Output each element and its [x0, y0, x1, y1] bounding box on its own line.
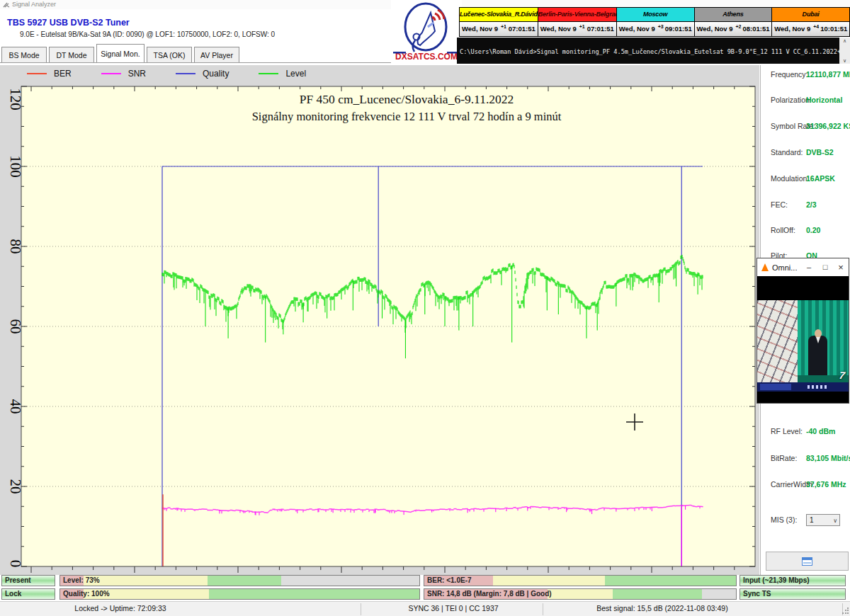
param-label-frequency: Frequency:	[771, 70, 808, 79]
player-titlebar[interactable]: Omni... – □ ×	[757, 258, 849, 276]
mis-dropdown[interactable]: 1 ∨	[806, 514, 840, 526]
clock-hms: 10:01:51	[820, 25, 847, 33]
video-player-window: Omni... – □ × 7	[756, 258, 849, 404]
mode-tabs: BS ModeDT ModeSignal Mon.TSA (OK)AV Play…	[1, 44, 239, 63]
tuner-name: TBS 5927 USB DVB-S2 Tuner	[7, 18, 130, 28]
clock-time: Wed, Nov 9+309:01:51	[617, 22, 694, 36]
signal-analyzer-window: Signal Analyzer TBS 5927 USB DVB-S2 Tune…	[0, 0, 850, 616]
clock-time: Wed, Nov 9+208:01:51	[695, 22, 772, 36]
clock-utc-offset: +4	[813, 24, 819, 29]
gauge-sync-ts: Sync TS	[740, 588, 846, 600]
clock-city: Moscow	[617, 8, 694, 22]
clock-city: Berlin-Paris-Vienna-Belgrade	[538, 8, 616, 22]
dxsatcs-logo: DXSATCS.COM	[391, 0, 462, 64]
param-value-carrierwidth: 37,676 MHz	[806, 480, 846, 489]
y-tick-label: 120	[7, 88, 24, 110]
statusbar-separator	[543, 603, 543, 615]
chart-subtitle: Signálny monitoring frekvencie 12 111 V …	[252, 110, 562, 123]
clock-date: Wed, Nov 9	[697, 25, 733, 33]
clock-hms: 09:01:51	[665, 25, 692, 33]
tab-bs-mode[interactable]: BS Mode	[1, 47, 47, 63]
chevron-down-icon: ∨	[833, 515, 837, 526]
tabs-underline	[0, 62, 457, 63]
param-value-rf-level: -40 dBm	[806, 427, 835, 435]
chart-legend: BERSNRQualityLevel	[0, 65, 759, 82]
close-button[interactable]: ×	[834, 258, 848, 276]
window-title: Signal Analyzer	[12, 0, 56, 9]
param-value-fec: 2/3	[806, 200, 817, 209]
tab-av-player[interactable]: AV Player	[194, 47, 239, 63]
tab-dt-mode[interactable]: DT Mode	[49, 47, 94, 63]
status-sync-counters: SYNC 36 | TEI 0 | CC 1937	[408, 604, 498, 612]
command-prompt: C:\Users\Roman Dávid>Signal monitoring_P…	[457, 38, 839, 64]
gauge-input-21-39-mbps: Input (~21,39 Mbps)	[740, 575, 846, 586]
news-ticker-banner	[757, 382, 849, 392]
clock-date: Wed, Nov 9	[462, 25, 498, 33]
video-frame[interactable]: 7	[757, 276, 849, 403]
statusbar-separator	[361, 603, 361, 615]
minimize-button[interactable]: –	[802, 258, 816, 276]
clock-date: Wed, Nov 9	[540, 25, 577, 33]
legend-label: Level	[285, 69, 306, 79]
param-value-standard: DVB-S2	[806, 148, 834, 156]
gauge-present: Present	[1, 575, 55, 586]
clock-athens: AthensWed, Nov 9+208:01:51	[694, 8, 772, 36]
clock-time: Wed, Nov 9+107:01:51	[538, 22, 616, 36]
param-value-rolloff: 0.20	[806, 226, 820, 234]
clock-lu-enec-slovakia-r-d-vid: Lučenec-Slovakia_R.DávidWed, Nov 9+107:0…	[460, 8, 538, 36]
legend-item-ber: BER	[27, 69, 72, 79]
legend-item-level: Level	[259, 69, 306, 79]
clock-date: Wed, Nov 9	[619, 25, 655, 33]
param-value-bitrate: 83,105 Mbit/s	[806, 454, 850, 462]
legend-item-snr: SNR	[101, 69, 146, 79]
clock-city: Dubai	[772, 8, 849, 22]
param-label-fec: FEC:	[771, 200, 788, 209]
status-bar: Locked -> Uptime: 72:09:33 SYNC 36 | TEI…	[0, 601, 850, 616]
clock-berlin-paris-vienna-belgrade: Berlin-Paris-Vienna-BelgradeWed, Nov 9+1…	[538, 8, 616, 36]
console-scrollbar[interactable]: ∧ ∨	[839, 38, 850, 64]
legend-label: BER	[54, 69, 72, 79]
clock-utc-offset: +1	[579, 24, 585, 29]
tab-tsa-ok[interactable]: TSA (OK)	[147, 47, 192, 63]
clock-date: Wed, Nov 9	[774, 25, 810, 33]
scroll-down-icon[interactable]: ∨	[843, 57, 846, 64]
mis-selected-value: 1	[810, 516, 814, 524]
legend-label: Quality	[203, 69, 229, 79]
mis-label: MIS (3):	[771, 515, 797, 524]
legend-line-swatch	[176, 73, 196, 74]
status-lock-uptime: Locked -> Uptime: 72:09:33	[74, 604, 166, 612]
clock-dubai: DubaiWed, Nov 9+410:01:51	[771, 8, 849, 36]
newspaper-collage	[757, 300, 798, 384]
legend-line-swatch	[259, 73, 278, 74]
command-prompt-text: C:\Users\Roman Dávid>Signal monitoring_P…	[460, 48, 839, 55]
param-label-modulation: Modulation:	[771, 174, 809, 183]
status-best-signal: Best signal: 15,5 dB (2022-11-08 03:49)	[596, 604, 727, 612]
clock-utc-offset: +2	[736, 24, 742, 29]
clock-hms: 08:01:51	[743, 25, 770, 33]
clock-utc-offset: +1	[501, 24, 506, 29]
app-icon	[3, 1, 10, 8]
param-label-rf-level: RF Level:	[771, 427, 803, 435]
param-label-standard: Standard:	[771, 148, 803, 156]
capture-button-icon	[802, 557, 812, 566]
y-tick-label: 100	[7, 155, 24, 178]
legend-item-quality: Quality	[176, 69, 229, 79]
gauge-ber: BER: <1.0E-7	[424, 575, 737, 586]
resize-grip[interactable]	[842, 608, 849, 615]
tab-signal-mon[interactable]: Signal Mon.	[96, 44, 144, 63]
clock-city: Athens	[695, 8, 772, 22]
gauge-level: Level: 73%	[60, 575, 420, 586]
y-tick-label: 20	[7, 479, 24, 494]
vlc-cone-icon	[761, 263, 769, 271]
scroll-up-icon[interactable]: ∧	[843, 38, 846, 44]
clock-city: Lučenec-Slovakia_R.Dávid	[460, 8, 538, 22]
signal-monitor-chart[interactable]: 020406080100120PF 450 cm_Lucenec/Slovaki…	[0, 82, 759, 575]
param-value-polarization: Horizontal	[806, 96, 842, 104]
capture-button[interactable]	[766, 552, 849, 571]
clock-utc-offset: +3	[658, 24, 664, 29]
chart-title: PF 450 cm_Lucenec/Slovakia_6-9.11.2022	[300, 92, 514, 106]
maximize-button[interactable]: □	[818, 258, 832, 276]
clock-time: Wed, Nov 9+410:01:51	[772, 22, 849, 36]
y-tick-label: 40	[7, 399, 24, 414]
y-tick-label: 60	[7, 319, 24, 334]
